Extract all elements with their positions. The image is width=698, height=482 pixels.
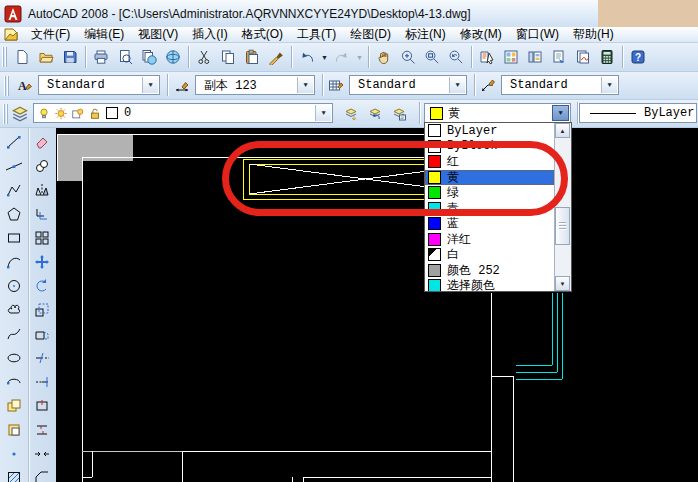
insertblock-button[interactable] (2, 394, 26, 418)
dim-style-icon[interactable] (169, 73, 195, 99)
make-object-layer-current-icon[interactable] (338, 101, 364, 127)
quickcalc-button[interactable] (595, 45, 619, 69)
chevron-down-icon[interactable]: ▼ (315, 105, 331, 121)
menu-file[interactable]: 文件(F) (24, 27, 77, 42)
scroll-up-icon[interactable]: ▲ (555, 123, 570, 138)
chevron-down-icon[interactable]: ▼ (142, 77, 158, 93)
menu-dimension[interactable]: 标注(N) (398, 27, 453, 42)
paste-button[interactable] (240, 45, 264, 69)
offset-button[interactable] (30, 202, 54, 226)
move-button[interactable] (30, 250, 54, 274)
ellipsearc-button[interactable] (2, 370, 26, 394)
color-option-white[interactable]: 白 (425, 247, 554, 263)
menu-draw[interactable]: 绘图(D) (343, 27, 398, 42)
pline-button[interactable] (2, 178, 26, 202)
menu-tools[interactable]: 工具(T) (290, 27, 343, 42)
circle-button[interactable] (2, 274, 26, 298)
polygon-button[interactable] (2, 202, 26, 226)
pan-button[interactable] (372, 45, 396, 69)
layer-properties-manager-icon[interactable] (7, 101, 33, 127)
layer-lock-icon[interactable] (88, 106, 102, 121)
array-button[interactable] (30, 226, 54, 250)
extend-button[interactable] (30, 370, 54, 394)
title-bar[interactable]: AutoCAD 2008 - [C:\Users\Administrator.A… (0, 0, 698, 28)
rectangle-button[interactable] (2, 226, 26, 250)
menu-view[interactable]: 视图(V) (131, 27, 185, 42)
menu-window[interactable]: 窗口(W) (509, 27, 566, 42)
toolpalettes-button[interactable] (523, 45, 547, 69)
open-button[interactable] (34, 45, 58, 69)
undo-button[interactable] (295, 45, 319, 69)
preview-button[interactable] (113, 45, 137, 69)
line-button[interactable] (2, 130, 26, 154)
layer-on-bulb-icon[interactable] (37, 106, 51, 121)
mirror-button[interactable] (30, 178, 54, 202)
cut-button[interactable] (192, 45, 216, 69)
join-button[interactable] (30, 442, 54, 466)
markup-button[interactable] (571, 45, 595, 69)
save-button[interactable] (58, 45, 82, 69)
scrollbar-thumb[interactable] (555, 207, 570, 245)
layer-sun-icon[interactable] (54, 106, 68, 121)
chamfer-button[interactable] (30, 466, 54, 482)
stretch-button[interactable] (30, 322, 54, 346)
copyclip-button[interactable] (216, 45, 240, 69)
menu-format[interactable]: 格式(O) (235, 27, 290, 42)
new-button[interactable] (10, 45, 34, 69)
arc-button[interactable] (2, 250, 26, 274)
toolbar-grip[interactable] (2, 47, 7, 67)
mleader-style-combo[interactable]: Standard ▼ (501, 75, 619, 95)
menu-help[interactable]: 帮助(H) (566, 27, 621, 42)
rotate-button[interactable] (30, 274, 54, 298)
point-button[interactable] (2, 442, 26, 466)
sheetset-button[interactable] (547, 45, 571, 69)
menu-modify[interactable]: 修改(M) (453, 27, 509, 42)
ellipse-button[interactable] (2, 346, 26, 370)
redo-button[interactable] (330, 45, 354, 69)
chevron-down-icon[interactable]: ▼ (297, 77, 313, 93)
breakpt-button[interactable] (30, 394, 54, 418)
toolbar-grip[interactable] (4, 76, 9, 96)
color-option-bylayer[interactable]: ByLayer (425, 123, 554, 139)
xline-button[interactable] (2, 154, 26, 178)
text-style-icon[interactable]: A (12, 73, 38, 99)
designcenter-button[interactable] (499, 45, 523, 69)
revcloud-button[interactable] (2, 298, 26, 322)
layer-states-icon[interactable] (386, 101, 412, 127)
properties-button[interactable] (475, 45, 499, 69)
publish-button[interactable] (137, 45, 161, 69)
makeblock-button[interactable] (2, 418, 26, 442)
zoomprev-button[interactable] (444, 45, 468, 69)
erase-button[interactable] (30, 130, 54, 154)
table-style-combo[interactable]: Standard ▼ (349, 75, 467, 95)
chevron-down-icon[interactable]: ▼ (552, 105, 569, 121)
dim-style-combo[interactable]: 副本 123 ▼ (195, 75, 315, 95)
zoom-button[interactable] (396, 45, 420, 69)
dropdown-scrollbar[interactable]: ▲ ▼ (554, 123, 571, 291)
text-style-combo[interactable]: Standard ▼ (38, 75, 160, 95)
matchprop-button[interactable] (264, 45, 288, 69)
color-option-color-252[interactable]: 颜色 252 (425, 263, 554, 279)
scroll-down-icon[interactable]: ▼ (555, 276, 570, 291)
color-option-blue[interactable]: 蓝 (425, 216, 554, 232)
mleader-style-icon[interactable] (475, 73, 501, 99)
trim-button[interactable] (30, 346, 54, 370)
layer-vp-sun-icon[interactable] (71, 106, 85, 121)
layer-combo[interactable]: 0 ▼ (33, 103, 333, 123)
plot-button[interactable] (89, 45, 113, 69)
linetype-combo[interactable]: ByLayer (579, 103, 697, 123)
menu-insert[interactable]: 插入(I) (185, 27, 234, 42)
drop-arrow-button[interactable]: ▼ (354, 45, 365, 69)
chevron-down-icon[interactable]: ▼ (601, 77, 617, 93)
color-option-select-color[interactable]: 选择颜色 (425, 278, 554, 291)
spline-button[interactable] (2, 322, 26, 346)
copy-button[interactable] (30, 154, 54, 178)
globe3d-button[interactable] (161, 45, 185, 69)
scale-button[interactable] (30, 298, 54, 322)
hatch-button[interactable] (2, 466, 26, 482)
color-combo[interactable]: 黄 ▼ (424, 103, 571, 123)
zoomwin-button[interactable] (420, 45, 444, 69)
table-style-icon[interactable] (323, 73, 349, 99)
layer-previous-icon[interactable] (362, 101, 388, 127)
break-button[interactable] (30, 418, 54, 442)
